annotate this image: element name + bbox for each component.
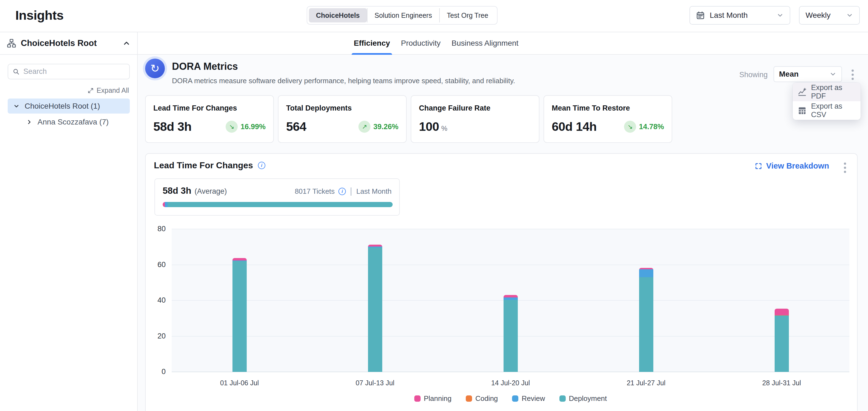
trend-down-icon: ↘ [229, 123, 235, 131]
bar-segment-deployment [503, 300, 518, 372]
y-axis-tick: 40 [147, 296, 166, 305]
bar-segment-deployment [639, 277, 653, 372]
sidebar-root-title: ChoiceHotels Root [21, 38, 118, 48]
lead-time-kebab-menu[interactable] [842, 161, 848, 175]
x-axis-label: 28 Jul-31 Jul [714, 379, 849, 387]
bar-07-jul-13-jul[interactable] [368, 245, 382, 372]
granularity-value: Weekly [806, 11, 831, 20]
menu-item-label: Export as PDF [811, 83, 856, 100]
legend-label: Coding [475, 394, 498, 403]
tab-productivity[interactable]: Productivity [400, 32, 442, 54]
tab-efficiency[interactable]: Efficiency [353, 32, 391, 54]
delta-value: 14.78% [639, 123, 664, 131]
bar-segment-planning [368, 245, 382, 246]
sidebar-search [8, 64, 130, 79]
chevron-down-icon[interactable] [13, 103, 20, 109]
org-tab-choicehotels[interactable]: ChoiceHotels [309, 8, 367, 23]
insights-app: Insights ChoiceHotelsSolution EngineersT… [0, 0, 868, 411]
granularity-select[interactable]: Weekly [799, 6, 860, 25]
tickets-count: 8017 Tickets [294, 187, 335, 196]
metric-cards-row: Lead Time For Changes 58d 3h ↘ 16.99% To… [145, 95, 672, 143]
metric-title: Change Failure Rate [419, 104, 531, 112]
delta-badge: ↘ 16.99% [226, 121, 266, 133]
y-axis-tick: 20 [147, 332, 166, 340]
trend-up-icon: ↗ [362, 123, 367, 131]
search-input[interactable] [23, 67, 125, 76]
expand-arrows-icon [87, 87, 94, 94]
menu-item-export-as-csv[interactable]: Export as CSV [793, 101, 861, 120]
search-icon [12, 68, 20, 75]
showing-label: Showing [739, 71, 768, 79]
tree-item-anna-scozzafava-7-[interactable]: Anna Scozzafava (7) [8, 114, 130, 130]
page-title: Insights [16, 8, 64, 23]
chevron-down-icon [829, 71, 837, 78]
org-tab-test-org-tree[interactable]: Test Org Tree [439, 8, 495, 23]
org-switcher: ChoiceHotelsSolution EngineersTest Org T… [307, 6, 498, 25]
top-bar: Insights ChoiceHotelsSolution EngineersT… [0, 0, 868, 32]
org-tab-solution-engineers[interactable]: Solution Engineers [367, 8, 439, 23]
metric-value: 100 [419, 119, 439, 134]
menu-item-export-as-pdf[interactable]: Export as PDF [793, 83, 861, 101]
legend-swatch-review [512, 396, 518, 402]
delta-value: 39.26% [373, 123, 398, 131]
info-icon[interactable] [338, 188, 346, 195]
menu-item-label: Export as CSV [811, 102, 856, 119]
divider [351, 187, 351, 196]
gridline [172, 229, 849, 229]
bar-segment-review [639, 269, 653, 277]
metric-value: 58d 3h [153, 119, 192, 134]
y-axis-tick: 0 [147, 368, 166, 376]
legend-item-deployment: Deployment [559, 394, 607, 403]
org-hierarchy-icon [7, 38, 17, 48]
view-breakdown-label: View Breakdown [766, 162, 829, 170]
expand-all-label: Expand All [97, 87, 129, 94]
tab-business-alignment[interactable]: Business Alignment [451, 32, 520, 54]
bar-28-jul-31-jul[interactable] [775, 309, 789, 372]
chart-line-plus-icon [798, 88, 807, 97]
metric-card-change-failure-rate: Change Failure Rate 100% [411, 95, 539, 143]
bar-segment-planning [775, 309, 789, 315]
chevron-right-icon[interactable] [26, 119, 33, 125]
lead-time-section: Lead Time For Changes View Breakdown 58d… [145, 153, 858, 411]
trend-down-icon: ↘ [628, 123, 633, 131]
delta-badge: ↘ 14.78% [624, 121, 664, 133]
bar-21-jul-27-jul[interactable] [639, 268, 653, 372]
date-range-select[interactable]: Last Month [689, 6, 790, 25]
metric-unit: % [441, 125, 447, 132]
x-axis-label: 07 Jul-13 Jul [307, 379, 443, 387]
org-tree-sidebar: ChoiceHotels Root Expand All ChoiceHotel… [0, 32, 138, 411]
export-menu: Export as PDFExport as CSV [793, 83, 861, 120]
bar-01-jul-06-jul[interactable] [232, 258, 247, 372]
bar-14-jul-20-jul[interactable] [503, 295, 518, 372]
section-tabs: EfficiencyProductivityBusiness Alignment [138, 32, 868, 55]
legend-swatch-deployment [559, 396, 566, 402]
chevron-up-icon[interactable] [122, 39, 131, 47]
legend-label: Review [522, 394, 545, 403]
dora-kebab-menu[interactable] [850, 68, 856, 81]
legend-item-planning: Planning [414, 394, 452, 403]
legend-label: Deployment [569, 394, 607, 403]
tree-item-label: Anna Scozzafava (7) [37, 118, 109, 127]
legend-item-coding: Coding [466, 394, 498, 403]
dora-description: DORA metrics measure software delivery p… [172, 77, 515, 85]
legend-swatch-planning [414, 396, 421, 402]
expand-all-button[interactable]: Expand All [87, 87, 129, 94]
info-icon[interactable] [258, 162, 265, 169]
progress-segment-planning [163, 202, 165, 207]
x-axis-label: 21 Jul-27 Jul [578, 379, 714, 387]
view-breakdown-button[interactable]: View Breakdown [755, 162, 829, 170]
x-axis-label: 14 Jul-20 Jul [443, 379, 578, 387]
bar-segment-deployment [775, 315, 789, 372]
legend-swatch-coding [466, 396, 472, 402]
legend-label: Planning [424, 394, 452, 403]
table-icon [798, 106, 807, 115]
top-right-controls: Last Month Weekly [689, 6, 860, 25]
tree-item-choicehotels-root-1-[interactable]: ChoiceHotels Root (1) [8, 99, 130, 113]
aggregation-select[interactable]: Mean [774, 66, 842, 82]
tree-item-label: ChoiceHotels Root (1) [25, 102, 100, 110]
delta-value: 16.99% [240, 123, 266, 131]
average-value: 58d 3h [163, 185, 191, 196]
x-axis-label: 01 Jul-06 Jul [172, 379, 307, 387]
chevron-down-icon [846, 12, 853, 19]
metric-card-total-deployments: Total Deployments 564 ↗ 39.26% [278, 95, 407, 143]
